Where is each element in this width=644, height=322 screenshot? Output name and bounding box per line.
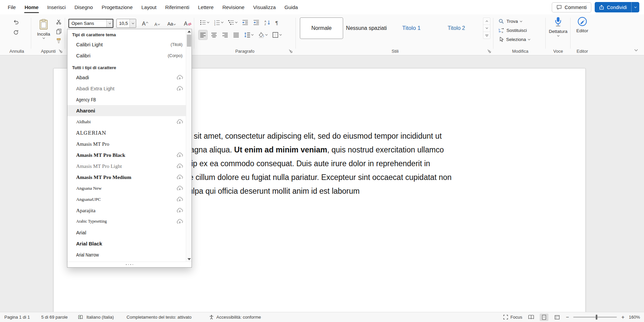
- ribbon-tab[interactable]: Lettere: [194, 0, 218, 14]
- style-card[interactable]: Titolo 2: [435, 17, 478, 39]
- replace-button[interactable]: ba Sostituisci: [497, 26, 528, 35]
- page-number-status[interactable]: Pagina 1 di 1: [4, 315, 30, 320]
- font-option[interactable]: Amasis MT Pro: [67, 138, 186, 149]
- grow-font-button[interactable]: A: [140, 19, 150, 28]
- ribbon-tab[interactable]: Riferimenti: [161, 0, 194, 14]
- font-option[interactable]: Calibri (Corpo): [67, 50, 186, 61]
- ribbon-tab[interactable]: Progettazione: [97, 0, 137, 14]
- font-option[interactable]: AngsanaUPC: [67, 194, 186, 205]
- sort-button[interactable]: AZ: [263, 18, 272, 27]
- search-icon: [498, 18, 504, 24]
- zoom-out-button[interactable]: −: [566, 315, 569, 320]
- scroll-down-arrow-icon[interactable]: [187, 258, 191, 260]
- font-dropdown-resize-grip[interactable]: [67, 262, 192, 267]
- increase-indent-button[interactable]: [252, 18, 261, 27]
- styles-scroll-down-button[interactable]: [483, 25, 490, 32]
- shrink-font-button[interactable]: A: [152, 19, 162, 28]
- font-option[interactable]: Arial Narrow: [67, 249, 186, 260]
- font-option[interactable]: Arial: [67, 227, 186, 238]
- font-size-combobox[interactable]: 10,5: [116, 19, 136, 28]
- collapse-ribbon-button[interactable]: [632, 47, 640, 53]
- font-option[interactable]: Aldhabi: [67, 116, 186, 127]
- cut-button[interactable]: [54, 18, 63, 26]
- styles-gallery-expand-button[interactable]: [483, 32, 490, 39]
- font-name-dropdown-arrow[interactable]: [106, 19, 113, 27]
- bullets-button[interactable]: [199, 18, 210, 27]
- align-right-button[interactable]: [221, 30, 229, 40]
- style-card[interactable]: Titolo 1: [390, 17, 433, 39]
- ribbon-tab[interactable]: Layout: [137, 0, 161, 14]
- change-case-button[interactable]: Aa: [164, 19, 178, 28]
- word-count-status[interactable]: 5 di 69 parole: [41, 315, 68, 320]
- ribbon-tab[interactable]: Visualizza: [249, 0, 280, 14]
- paste-button[interactable]: Incolla: [34, 17, 54, 46]
- editor-button[interactable]: Editor: [572, 16, 593, 33]
- font-dropdown-scrollbar[interactable]: [186, 29, 192, 262]
- ribbon-tab[interactable]: File: [3, 0, 20, 14]
- zoom-slider-thumb[interactable]: [596, 315, 597, 320]
- dictate-button[interactable]: Dettatura: [547, 16, 570, 36]
- share-dropdown-button[interactable]: [631, 2, 639, 12]
- comments-button[interactable]: Commenti: [552, 2, 591, 12]
- paragraph-dialog-launcher[interactable]: [288, 49, 293, 53]
- styles-scroll-up-button[interactable]: [483, 18, 490, 25]
- ribbon-tab[interactable]: Inserisci: [43, 0, 70, 14]
- font-option[interactable]: Arabic Typesetting: [67, 216, 186, 227]
- select-button[interactable]: Seleziona: [497, 35, 531, 44]
- ribbon-tab[interactable]: Guida: [280, 0, 302, 14]
- styles-dialog-launcher[interactable]: [487, 49, 491, 53]
- line-spacing-button[interactable]: [243, 30, 255, 40]
- scroll-up-arrow-icon[interactable]: [187, 31, 191, 33]
- numbering-button[interactable]: 123: [213, 18, 224, 27]
- font-option[interactable]: Calibri Light (Titoli): [67, 39, 186, 50]
- zoom-slider[interactable]: [573, 317, 617, 318]
- multilevel-list-button[interactable]: [227, 18, 238, 27]
- style-card[interactable]: Normale: [300, 17, 343, 39]
- undo-button[interactable]: [11, 17, 21, 27]
- align-center-button[interactable]: [210, 30, 218, 40]
- scrollbar-thumb[interactable]: [187, 35, 191, 47]
- font-name-combobox[interactable]: Open Sans: [68, 19, 113, 28]
- clear-formatting-button[interactable]: A: [182, 19, 193, 28]
- print-layout-view-button[interactable]: [540, 314, 548, 321]
- font-option[interactable]: Agency FB: [67, 94, 186, 105]
- borders-button[interactable]: [271, 30, 283, 40]
- font-name-value[interactable]: Open Sans: [69, 19, 106, 27]
- align-left-button[interactable]: [199, 30, 207, 40]
- web-layout-view-button[interactable]: [553, 314, 561, 321]
- focus-mode-button[interactable]: Focus: [503, 315, 522, 320]
- decrease-indent-button[interactable]: [241, 18, 250, 27]
- font-size-dropdown-arrow[interactable]: [129, 19, 136, 28]
- justify-button[interactable]: [232, 30, 240, 40]
- style-card[interactable]: Nessuna spaziati: [345, 17, 388, 39]
- font-size-value[interactable]: 10,5: [117, 19, 129, 28]
- zoom-level[interactable]: 160%: [629, 315, 640, 320]
- font-option[interactable]: ALGERIAN: [67, 127, 186, 138]
- find-button[interactable]: Trova: [497, 17, 523, 26]
- language-status[interactable]: Italiano (Italia): [87, 315, 114, 320]
- zoom-in-button[interactable]: +: [621, 315, 624, 320]
- font-option[interactable]: Amasis MT Pro Light: [67, 160, 186, 172]
- font-option[interactable]: Aparajita: [67, 205, 186, 216]
- share-button[interactable]: Condividi: [595, 2, 639, 12]
- font-option[interactable]: Amasis MT Pro Medium: [67, 172, 186, 183]
- accessibility-status[interactable]: Accessibilità: conforme: [209, 315, 261, 320]
- font-option[interactable]: Amasis MT Pro Black: [67, 149, 186, 160]
- font-option[interactable]: Abadi Extra Light: [67, 83, 186, 94]
- repeat-button[interactable]: [11, 28, 21, 37]
- copy-button[interactable]: [54, 27, 63, 35]
- read-mode-view-button[interactable]: [527, 314, 535, 321]
- font-option[interactable]: Angsana New: [67, 183, 186, 194]
- ribbon-tab[interactable]: Revisione: [218, 0, 249, 14]
- proofing-status-icon[interactable]: [78, 315, 83, 320]
- font-option[interactable]: Arial Black: [67, 238, 186, 249]
- ribbon-tab[interactable]: Home: [20, 0, 43, 14]
- font-option[interactable]: Aharoni: [67, 105, 186, 116]
- ribbon-tab[interactable]: Disegno: [70, 0, 97, 14]
- font-option[interactable]: Abadi: [67, 72, 186, 83]
- shading-button[interactable]: [257, 30, 269, 40]
- format-painter-button[interactable]: [54, 37, 63, 45]
- clipboard-dialog-launcher[interactable]: [58, 49, 63, 53]
- text-prediction-status[interactable]: Completamento del testo: attivato: [126, 315, 192, 320]
- show-formatting-marks-button[interactable]: ¶: [274, 18, 279, 27]
